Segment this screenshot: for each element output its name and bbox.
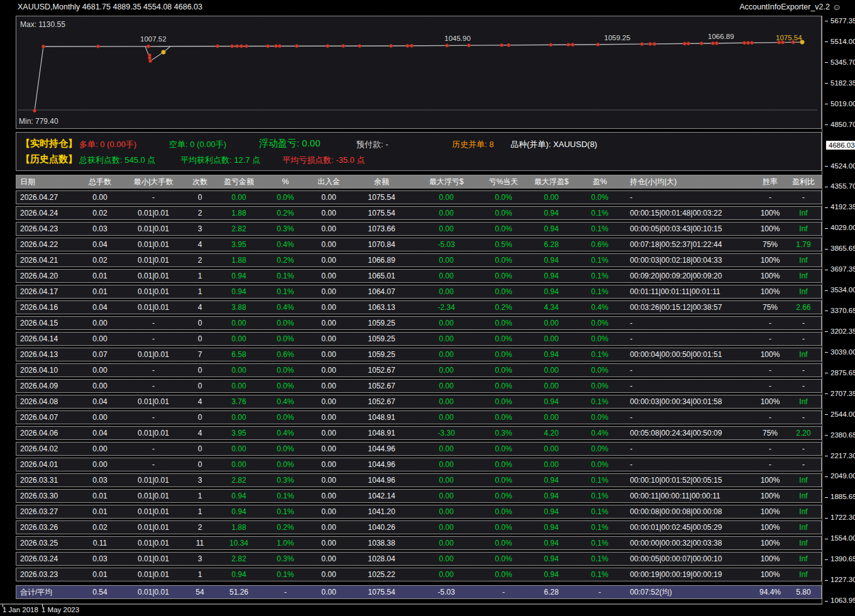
cell-loss-pct-day: 0.0% [478, 505, 529, 518]
price-axis-label: 3039.00 [825, 348, 855, 356]
cell-pnl-amount: 0.94 [216, 270, 262, 282]
cell-count: 4 [184, 395, 216, 408]
info-history-merged-orders: 历史并单: 8 [452, 139, 494, 150]
cell-pnl-pct: 1.0% [262, 537, 309, 549]
cell-pnl-amount: 0.94 [216, 285, 262, 298]
cell-date: 2026.04.14 [16, 333, 77, 345]
cell-max-float-loss: 0.00 [415, 458, 478, 471]
cell-max-float-profit: 0.94 [529, 285, 573, 298]
table-row: 2026.04.200.010.01|0.0110.940.1%0.001065… [16, 269, 822, 283]
cell-max-float-profit: 0.94 [529, 505, 573, 518]
cell-loss-pct-day: 0.0% [478, 568, 529, 581]
cell-count: 0 [184, 380, 216, 392]
cell-total-lots: 0.04 [77, 427, 123, 439]
cell-hold-time: 00:00:19|00:00:19|00:00:19 [626, 568, 754, 581]
cell-date: 2026.03.23 [16, 568, 77, 581]
cell-win-rate: 75% [754, 427, 786, 439]
cell-count: 7 [184, 348, 216, 361]
price-axis-label: 4355.70 [825, 182, 855, 190]
cell-deposit-withdraw: 0.00 [309, 285, 348, 298]
cell-balance: 1042.14 [348, 490, 415, 502]
price-axis-label: 5182.35 [825, 79, 855, 87]
table-row: 2026.04.080.040.01|0.0143.760.4%0.001052… [16, 395, 822, 409]
chart-canvas[interactable] [16, 16, 820, 127]
cell-pnl-amount: 0.00 [216, 411, 262, 424]
cell-hold-time: 00:00:00|00:00:32|00:03:38 [626, 537, 754, 549]
price-axis-label: 4850.70 [825, 120, 855, 129]
cell-balance: 1052.67 [348, 364, 415, 377]
cell-deposit-withdraw: 0.00 [309, 490, 348, 502]
cell-max-float-profit: 0.00 [529, 364, 573, 377]
cell-profit-ratio: Inf [786, 490, 821, 502]
table-row: 2026.03.230.010.01|0.0110.940.1%0.001025… [16, 568, 822, 581]
price-axis-label: 4524.00 [825, 162, 855, 170]
header-count: 次数 [184, 175, 216, 188]
cell-loss-pct-day: 0.0% [478, 254, 529, 267]
cell-loss-pct-day: 0.0% [478, 364, 529, 377]
cell-count: 0 [184, 458, 216, 471]
cell-balance: 1052.67 [348, 395, 415, 408]
cell-win-rate: - [754, 380, 786, 392]
cell-pnl-pct: 0.0% [262, 364, 309, 377]
cell-min-max-lots: 0.01|0.01 [123, 521, 184, 534]
cell-total-lots: 0.11 [77, 537, 123, 549]
price-axis-label: 1227.30 [825, 575, 855, 584]
cell-hold-time: 00:03:26|00:15:12|00:38:57 [626, 301, 754, 314]
balance-chart-panel[interactable]: Max: 1130.55 Min: 779.40 1007.521045.901… [16, 16, 822, 129]
ea-smiley-icon[interactable]: ☺ [832, 2, 841, 12]
header-deposit-withdraw: 出入金 [309, 175, 348, 188]
cell-date: 2026.04.07 [16, 411, 77, 424]
cell-pnl-amount: 3.95 [216, 238, 262, 251]
cell-hold-time: 00:00:08|00:00:08|00:00:08 [626, 505, 754, 518]
cell-win-rate: - [754, 458, 786, 471]
cell-max-float-loss: 0.00 [415, 474, 478, 487]
cell-pnl-pct: 0.3% [262, 553, 309, 565]
cell-profit-ratio: Inf [786, 254, 821, 267]
cell-pnl-amount: 0.94 [216, 568, 262, 581]
cell-deposit-withdraw: 0.00 [309, 553, 348, 565]
cell-profit-pct: 0.1% [573, 474, 626, 487]
cell-pnl-pct: 0.0% [262, 380, 309, 392]
cell-hold-time: 00:00:04|00:00:50|00:01:51 [626, 348, 754, 361]
cell-pnl-pct: 0.4% [262, 395, 309, 408]
chart-point-label: 1045.90 [444, 35, 471, 42]
cell-hold-time: 00:00:15|00:01:48|00:03:22 [626, 207, 754, 219]
price-axis-label: 4192.35 [825, 202, 855, 211]
cell-max-float-loss: 0.00 [415, 285, 478, 298]
price-axis-label: 2380.65 [825, 431, 855, 439]
cell-pnl-amount: 2.82 [216, 223, 262, 235]
cell-deposit-withdraw: 0.00 [309, 333, 348, 345]
cell-max-float-profit: 0.00 [529, 191, 573, 204]
cell-win-rate: 100% [754, 395, 786, 408]
cell-profit-ratio: 5.80 [786, 586, 821, 598]
cell-max-float-profit: 0.94 [529, 474, 573, 487]
header-pnl-amount: 盈亏金额 [216, 175, 262, 188]
cell-total-lots: 0.02 [77, 254, 123, 267]
cell-pnl-amount: 3.76 [216, 395, 262, 408]
cell-profit-ratio: - [786, 380, 821, 392]
cell-loss-pct-day: 0.0% [478, 395, 529, 408]
cell-count: 0 [184, 364, 216, 377]
cell-min-max-lots: 0.01|0.01 [123, 223, 184, 235]
cell-max-float-profit: 0.94 [529, 521, 573, 534]
cell-pnl-amount: 0.00 [216, 458, 262, 471]
cell-max-float-profit: 0.94 [529, 223, 573, 235]
time-axis-divider [0, 603, 822, 605]
price-axis-label: 5019.00 [825, 99, 855, 108]
cell-max-float-loss: 0.00 [415, 505, 478, 518]
cell-profit-ratio: Inf [786, 395, 821, 408]
cell-profit-ratio: 2.66 [786, 301, 821, 314]
price-axis-label: 5345.70 [825, 58, 855, 67]
chart-symbol-title: XAUUSD,Monthly 4681.75 4889.35 4554.08 4… [18, 3, 202, 11]
cell-win-rate: 100% [754, 254, 786, 267]
cell-date: 2026.04.08 [16, 395, 77, 408]
cell-win-rate: 100% [754, 207, 786, 219]
cell-max-float-profit: 4.20 [529, 427, 573, 439]
cell-balance: 1073.66 [348, 223, 415, 235]
cell-pnl-amount: 1.88 [216, 254, 262, 267]
cell-profit-pct: 0.1% [573, 521, 626, 534]
table-row: 2026.04.240.020.01|0.0121.880.2%0.001075… [16, 206, 822, 220]
cell-count: 1 [184, 568, 216, 581]
price-axis[interactable]: 5677.355514.005345.705182.355019.004850.… [822, 16, 855, 605]
cell-balance: 1075.54 [348, 586, 415, 598]
